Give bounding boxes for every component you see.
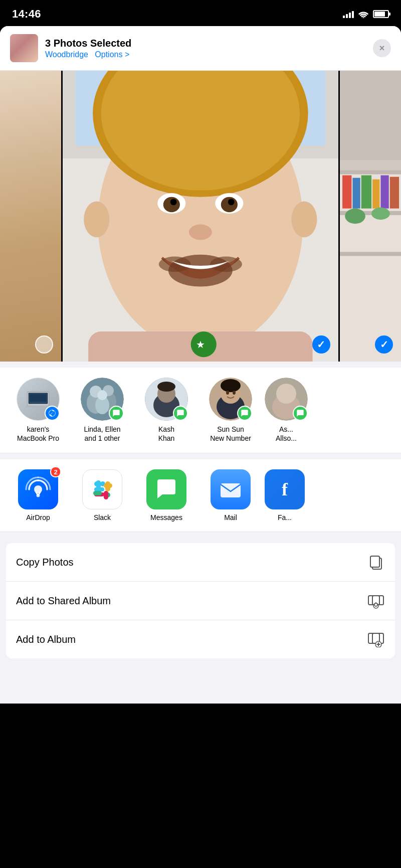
checkmark-3: ✓ — [380, 338, 388, 351]
person-avatar-linda — [81, 378, 124, 421]
svg-rect-84 — [368, 596, 379, 605]
svg-point-87 — [374, 603, 377, 606]
photo-item-2[interactable]: ★ ✓ — [63, 71, 338, 362]
action-list: Copy Photos Add to Shared Album — [6, 543, 395, 658]
person-name-linda: Linda, Ellenand 1 other — [84, 425, 120, 443]
person-name-partial: As...Allso... — [276, 425, 297, 443]
macbook-svg — [26, 390, 51, 409]
signal-icon — [343, 10, 354, 18]
message-badge-partial — [293, 406, 308, 421]
svg-rect-24 — [340, 71, 401, 160]
svg-rect-78 — [104, 491, 108, 499]
copy-icon — [367, 553, 385, 571]
svg-rect-34 — [390, 177, 399, 209]
svg-rect-31 — [361, 176, 371, 209]
close-button[interactable]: × — [373, 39, 391, 57]
svg-point-19 — [292, 202, 317, 238]
svg-rect-85 — [372, 596, 383, 605]
svg-point-67 — [276, 384, 296, 404]
selection-indicator-3[interactable]: ✓ — [375, 335, 393, 354]
wifi-icon — [358, 10, 369, 18]
svg-point-58 — [157, 382, 175, 392]
action-copy-photos[interactable]: Copy Photos — [6, 543, 395, 582]
svg-rect-80 — [221, 483, 241, 497]
person-item-karen[interactable]: karen'sMacBook Pro — [8, 378, 68, 443]
section-separator-3 — [0, 532, 401, 538]
partial-app-icon: f — [265, 469, 305, 509]
svg-point-48 — [97, 390, 107, 400]
person-item-linda[interactable]: Linda, Ellenand 1 other — [72, 378, 132, 443]
svg-rect-32 — [372, 180, 379, 209]
svg-point-64 — [233, 391, 236, 395]
selection-indicator-1[interactable] — [35, 335, 53, 354]
app-item-mail[interactable]: Mail — [200, 469, 261, 522]
message-badge-linda — [109, 406, 124, 421]
svg-point-68 — [34, 485, 42, 493]
svg-point-36 — [371, 208, 390, 220]
person-avatar-kash — [145, 378, 188, 421]
person-name-kash: KashKhan — [158, 425, 175, 443]
app-item-partial[interactable]: f Fa... — [265, 469, 305, 522]
slack-app-label: Slack — [94, 513, 111, 522]
svg-point-62 — [221, 379, 241, 392]
app-item-slack[interactable]: Slack — [72, 469, 132, 522]
header-title: 3 Photos Selected — [45, 37, 366, 49]
header-text: 3 Photos Selected Woodbridge Options > — [45, 37, 366, 59]
message-badge-kash — [173, 406, 188, 421]
add-album-icon — [367, 630, 385, 648]
action-add-shared-album[interactable]: Add to Shared Album — [6, 582, 395, 620]
action-add-album-label: Add to Album — [16, 634, 76, 645]
svg-point-0 — [362, 17, 364, 18]
photo-face-svg: ★ — [63, 71, 338, 362]
header-options-link[interactable]: Options > — [95, 50, 129, 59]
person-name-karen: karen'sMacBook Pro — [17, 425, 59, 443]
svg-rect-29 — [342, 176, 351, 209]
svg-rect-83 — [370, 556, 379, 567]
photo-item-1[interactable] — [0, 71, 61, 362]
selection-indicator-2[interactable]: ✓ — [312, 335, 330, 354]
svg-point-10 — [163, 197, 180, 213]
share-header: 3 Photos Selected Woodbridge Options > × — [0, 26, 401, 71]
svg-text:★: ★ — [196, 338, 205, 350]
person-name-sunsun: Sun SunNew Number — [210, 425, 251, 443]
app-item-messages[interactable]: Messages — [136, 469, 196, 522]
section-separator-1 — [0, 362, 401, 368]
share-sheet: 3 Photos Selected Woodbridge Options > × — [0, 26, 401, 704]
bottom-area — [0, 663, 401, 704]
svg-rect-30 — [352, 178, 360, 209]
svg-rect-26 — [340, 170, 401, 174]
svg-point-18 — [84, 202, 109, 238]
svg-point-35 — [345, 209, 365, 224]
header-thumbnail — [10, 34, 38, 62]
mail-app-icon — [211, 469, 251, 509]
slack-app-icon — [82, 469, 122, 509]
photo-strip: ★ ✓ — [0, 71, 401, 362]
photo-item-3[interactable]: ✓ — [340, 71, 401, 362]
svg-rect-77 — [104, 483, 112, 488]
battery-icon — [373, 10, 389, 18]
partial-app-label: Fa... — [278, 513, 292, 522]
action-add-album[interactable]: Add to Album — [6, 620, 395, 658]
person-avatar-partial — [265, 378, 308, 421]
app-item-airdrop[interactable]: 2 AirDrop — [8, 469, 68, 522]
person-item-partial[interactable]: As...Allso... — [265, 378, 308, 443]
status-icons — [343, 10, 389, 18]
airdrop-badge-count: 2 — [50, 466, 61, 477]
person-item-sunsun[interactable]: Sun SunNew Number — [200, 378, 261, 443]
person-avatar-sunsun — [209, 378, 252, 421]
message-badge-sunsun — [237, 406, 252, 421]
checkmark-2: ✓ — [317, 338, 325, 351]
person-item-kash[interactable]: KashKhan — [136, 378, 196, 443]
action-copy-photos-label: Copy Photos — [16, 557, 74, 568]
airdrop-app-label: AirDrop — [26, 513, 50, 522]
svg-rect-28 — [340, 252, 401, 256]
shared-album-icon — [367, 592, 385, 610]
svg-point-13 — [228, 199, 235, 205]
svg-rect-33 — [380, 176, 388, 209]
close-icon: × — [379, 44, 385, 53]
svg-point-14 — [189, 225, 212, 240]
svg-point-12 — [170, 199, 177, 205]
messages-app-icon — [146, 469, 186, 509]
status-time: 14:46 — [12, 8, 41, 21]
svg-rect-41 — [30, 394, 46, 402]
